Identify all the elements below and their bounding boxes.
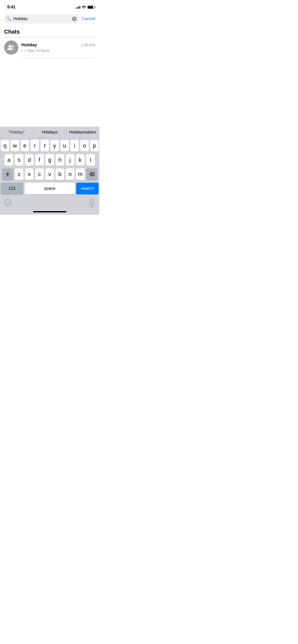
search-bar-container: 🔍 ✕ Cancel (0, 12, 99, 25)
key-b[interactable]: b (56, 168, 64, 180)
double-check-icon: ✓✓ (21, 49, 26, 52)
search-input[interactable] (13, 16, 70, 21)
preview-message: Hi there (36, 48, 50, 53)
key-d[interactable]: d (25, 154, 34, 166)
key-n[interactable]: n (66, 168, 74, 180)
space-key-label: space (44, 186, 55, 191)
svg-point-2 (5, 199, 11, 206)
status-bar: 9:41 (0, 0, 99, 12)
emoji-button[interactable] (4, 199, 12, 207)
microphone-button[interactable] (88, 198, 95, 207)
key-k[interactable]: k (76, 154, 85, 166)
autocomplete-item-1[interactable]: Holidays (33, 129, 66, 136)
shift-key[interactable] (2, 168, 13, 180)
svg-rect-5 (90, 199, 93, 203)
key-l[interactable]: l (86, 154, 95, 166)
key-e[interactable]: e (21, 140, 29, 152)
key-i[interactable]: i (70, 140, 79, 152)
key-a[interactable]: a (5, 154, 13, 166)
svg-point-3 (6, 201, 7, 202)
search-button-label: search (81, 186, 94, 191)
key-s[interactable]: s (15, 154, 23, 166)
key-q[interactable]: q (1, 140, 9, 152)
key-x[interactable]: x (25, 168, 34, 180)
chat-name: Holiday (21, 42, 37, 48)
svg-point-1 (11, 45, 14, 48)
chat-info: Holiday 1:00 PM ✓✓ You: Hi there (21, 42, 95, 53)
cancel-button[interactable]: Cancel (82, 16, 95, 21)
preview-text: You: Hi there (28, 48, 49, 53)
chat-top-row: Holiday 1:00 PM (21, 42, 95, 48)
chat-row-divider (22, 58, 95, 58)
key-g[interactable]: g (45, 154, 54, 166)
home-bar (33, 211, 66, 212)
chat-time: 1:00 PM (81, 43, 95, 47)
status-icons (76, 6, 94, 9)
key-c[interactable]: c (35, 168, 44, 180)
you-label: You: (28, 48, 35, 53)
signal-icon (76, 6, 80, 9)
search-magnifier-icon: 🔍 (7, 17, 11, 21)
delete-key[interactable] (86, 168, 97, 180)
battery-icon (87, 6, 94, 9)
autocomplete-label-1: Holidays (42, 130, 57, 135)
key-h[interactable]: h (56, 154, 64, 166)
key-z[interactable]: z (15, 168, 23, 180)
space-key[interactable]: space (25, 183, 75, 194)
autocomplete-bar: "Holiday" Holidays Holidaymakers (0, 127, 99, 138)
numbers-key[interactable]: 123 (1, 183, 23, 194)
key-r[interactable]: r (31, 140, 39, 152)
key-o[interactable]: o (80, 140, 89, 152)
key-row-4: 123 space search (1, 183, 99, 194)
chats-header: Chats (4, 28, 95, 35)
chat-row[interactable]: Holiday 1:00 PM ✓✓ You: Hi there (4, 37, 95, 58)
key-v[interactable]: v (45, 168, 54, 180)
autocomplete-label-0: "Holiday" (8, 130, 25, 135)
key-u[interactable]: u (60, 140, 69, 152)
key-row-2: a s d f g h j k l (1, 154, 99, 166)
search-button[interactable]: search (76, 183, 99, 194)
key-row-3: z x c v b n m (1, 168, 99, 180)
keyboard-bottom (0, 197, 99, 210)
chat-preview: ✓✓ You: Hi there (21, 48, 95, 53)
keyboard-rows: q w e r t y u i o p a s d f g h j k l (0, 138, 99, 194)
avatar (4, 40, 18, 55)
svg-point-4 (9, 201, 10, 202)
numbers-key-label: 123 (9, 186, 16, 191)
autocomplete-label-2: Holidaymakers (69, 130, 96, 135)
key-f[interactable]: f (35, 154, 44, 166)
search-input-wrapper[interactable]: 🔍 ✕ (4, 14, 79, 23)
key-row-1: q w e r t y u i o p (1, 140, 99, 152)
clear-button[interactable]: ✕ (72, 17, 77, 21)
key-p[interactable]: p (90, 140, 99, 152)
svg-point-0 (8, 45, 11, 48)
key-j[interactable]: j (66, 154, 74, 166)
autocomplete-item-0[interactable]: "Holiday" (0, 129, 33, 136)
key-y[interactable]: y (50, 140, 59, 152)
key-m[interactable]: m (76, 168, 85, 180)
wifi-icon (82, 6, 86, 9)
key-t[interactable]: t (40, 140, 49, 152)
key-w[interactable]: w (11, 140, 19, 152)
keyboard-area: "Holiday" Holidays Holidaymakers q w e r… (0, 127, 99, 215)
chats-section: Chats Holiday 1:00 PM ✓✓ You: Hi there (0, 25, 99, 58)
home-indicator (0, 210, 99, 215)
status-time: 9:41 (7, 5, 16, 10)
autocomplete-item-2[interactable]: Holidaymakers (66, 129, 99, 136)
